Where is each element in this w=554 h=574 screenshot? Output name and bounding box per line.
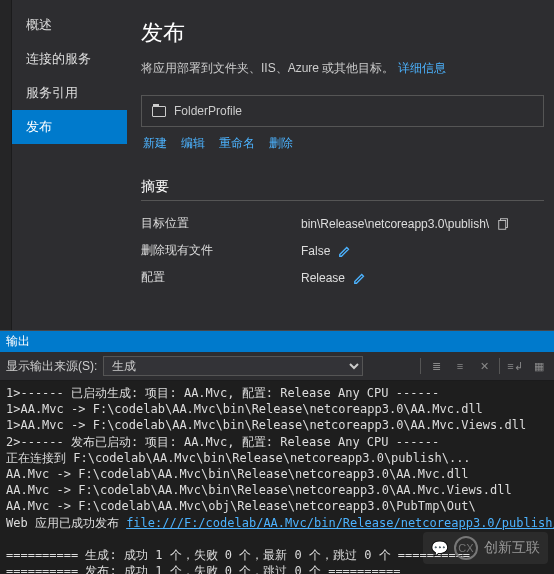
wechat-icon: 💬 [431, 540, 448, 556]
output-toolbar: 显示输出来源(S): 生成 ≣ ≡ ✕ ≡↲ ▦ [0, 352, 554, 381]
next-icon[interactable]: ≡ [451, 357, 469, 375]
watermark: 💬 CX 创新互联 [423, 532, 548, 564]
sidebar-item-service-references[interactable]: 服务引用 [12, 76, 127, 110]
prev-icon[interactable]: ≣ [427, 357, 445, 375]
sidebar-item-publish[interactable]: 发布 [12, 110, 127, 144]
output-source-select[interactable]: 生成 [103, 356, 363, 376]
output-line: 1>AA.Mvc -> F:\codelab\AA.Mvc\bin\Releas… [6, 418, 526, 432]
output-line: 1>AA.Mvc -> F:\codelab\AA.Mvc\bin\Releas… [6, 402, 483, 416]
logo-icon: CX [454, 536, 478, 560]
action-rename[interactable]: 重命名 [219, 135, 255, 152]
target-label: 目标位置 [141, 215, 301, 232]
output-line: 正在连接到 F:\codelab\AA.Mvc\bin\Release\netc… [6, 451, 471, 465]
output-line: 2>------ 发布已启动: 项目: AA.Mvc, 配置: Release … [6, 435, 439, 449]
publish-content: 发布 将应用部署到文件夹、IIS、Azure 或其他目标。 详细信息 Folde… [127, 0, 554, 330]
profile-name: FolderProfile [174, 104, 242, 118]
config-value: Release [301, 271, 345, 285]
sidebar: 概述 连接的服务 服务引用 发布 [12, 0, 127, 330]
sidebar-item-overview[interactable]: 概述 [12, 8, 127, 42]
delete-existing-value: False [301, 244, 330, 258]
output-line: AA.Mvc -> F:\codelab\AA.Mvc\bin\Release\… [6, 483, 512, 497]
output-summary-publish: ========== 发布: 成功 1 个，失败 0 个，跳过 0 个 ====… [6, 564, 400, 574]
summary-row-target: 目标位置 bin\Release\netcoreapp3.0\publish\ [141, 215, 544, 232]
config-label: 配置 [141, 269, 301, 286]
output-title: 输出 [6, 333, 30, 350]
separator [420, 358, 421, 374]
learn-more-link[interactable]: 详细信息 [398, 61, 446, 75]
output-summary-build: ========== 生成: 成功 1 个，失败 0 个，最新 0 个，跳过 0… [6, 548, 470, 562]
publish-url-link[interactable]: file:///F:/codelab/AA.Mvc/bin/Release/ne… [126, 516, 554, 530]
sidebar-item-connected-services[interactable]: 连接的服务 [12, 42, 127, 76]
summary-row-delete: 删除现有文件 False [141, 242, 544, 259]
left-tool-strip [0, 0, 12, 330]
wordwrap-icon[interactable]: ≡↲ [506, 357, 524, 375]
separator [499, 358, 500, 374]
output-line-web: Web 应用已成功发布 [6, 516, 126, 530]
action-new[interactable]: 新建 [143, 135, 167, 152]
output-line: AA.Mvc -> F:\codelab\AA.Mvc\obj\Release\… [6, 499, 476, 513]
profile-selector[interactable]: FolderProfile [141, 95, 544, 127]
copy-icon[interactable] [497, 217, 511, 231]
summary-header: 摘要 [141, 178, 544, 196]
output-line: AA.Mvc -> F:\codelab\AA.Mvc\bin\Release\… [6, 467, 468, 481]
summary-row-config: 配置 Release [141, 269, 544, 286]
output-source-label: 显示输出来源(S): [6, 358, 97, 375]
edit-icon[interactable] [338, 244, 352, 258]
edit-icon[interactable] [353, 271, 367, 285]
action-delete[interactable]: 删除 [269, 135, 293, 152]
divider [141, 200, 544, 201]
clear-icon[interactable]: ✕ [475, 357, 493, 375]
output-title-bar[interactable]: 输出 [0, 331, 554, 352]
summary-grid: 目标位置 bin\Release\netcoreapp3.0\publish\ … [141, 215, 544, 286]
page-title: 发布 [141, 18, 544, 48]
delete-existing-label: 删除现有文件 [141, 242, 301, 259]
svg-rect-1 [499, 220, 506, 229]
target-value: bin\Release\netcoreapp3.0\publish\ [301, 217, 489, 231]
folder-icon [152, 106, 166, 117]
page-subtitle: 将应用部署到文件夹、IIS、Azure 或其他目标。 详细信息 [141, 60, 544, 77]
subtitle-text: 将应用部署到文件夹、IIS、Azure 或其他目标。 [141, 61, 394, 75]
profile-actions: 新建 编辑 重命名 删除 [141, 135, 544, 152]
output-line: 1>------ 已启动生成: 项目: AA.Mvc, 配置: Release … [6, 386, 439, 400]
watermark-text: 创新互联 [484, 539, 540, 557]
action-edit[interactable]: 编辑 [181, 135, 205, 152]
settings-icon[interactable]: ▦ [530, 357, 548, 375]
